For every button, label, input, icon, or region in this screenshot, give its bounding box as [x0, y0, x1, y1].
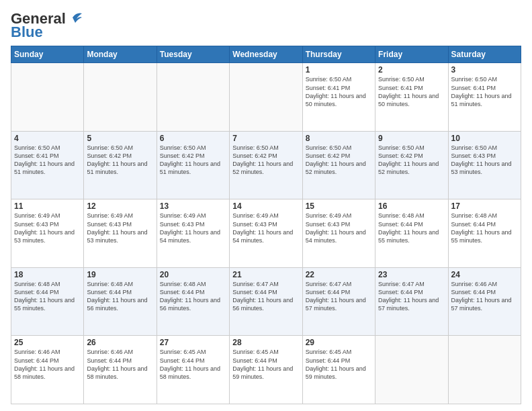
calendar-cell: 14Sunrise: 6:49 AM Sunset: 6:43 PM Dayli… — [230, 199, 302, 268]
calendar-cell — [11, 63, 84, 132]
calendar-day-header: Sunday — [11, 46, 84, 63]
day-info: Sunrise: 6:50 AM Sunset: 6:41 PM Dayligh… — [306, 75, 372, 108]
day-info: Sunrise: 6:50 AM Sunset: 6:41 PM Dayligh… — [378, 75, 445, 108]
day-info: Sunrise: 6:49 AM Sunset: 6:43 PM Dayligh… — [306, 212, 372, 244]
calendar-day-header: Monday — [84, 46, 157, 63]
calendar-week-row: 11Sunrise: 6:49 AM Sunset: 6:43 PM Dayli… — [11, 199, 521, 268]
day-info: Sunrise: 6:45 AM Sunset: 6:44 PM Dayligh… — [160, 348, 226, 381]
calendar-cell: 13Sunrise: 6:49 AM Sunset: 6:43 PM Dayli… — [157, 199, 229, 268]
day-info: Sunrise: 6:50 AM Sunset: 6:42 PM Dayligh… — [232, 144, 299, 177]
day-info: Sunrise: 6:49 AM Sunset: 6:43 PM Dayligh… — [232, 212, 299, 244]
calendar-table: SundayMondayTuesdayWednesdayThursdayFrid… — [11, 46, 521, 404]
day-number: 16 — [378, 201, 445, 211]
day-info: Sunrise: 6:48 AM Sunset: 6:44 PM Dayligh… — [451, 212, 518, 244]
day-info: Sunrise: 6:46 AM Sunset: 6:44 PM Dayligh… — [87, 348, 153, 381]
day-info: Sunrise: 6:45 AM Sunset: 6:44 PM Dayligh… — [232, 348, 299, 381]
day-info: Sunrise: 6:49 AM Sunset: 6:43 PM Dayligh… — [160, 212, 226, 244]
day-number: 21 — [232, 270, 299, 279]
day-number: 19 — [87, 270, 153, 279]
day-info: Sunrise: 6:46 AM Sunset: 6:44 PM Dayligh… — [14, 348, 81, 381]
day-number: 18 — [14, 270, 81, 279]
calendar-cell — [230, 63, 302, 132]
day-info: Sunrise: 6:47 AM Sunset: 6:44 PM Dayligh… — [232, 280, 299, 313]
calendar-header-row: SundayMondayTuesdayWednesdayThursdayFrid… — [11, 46, 521, 63]
calendar-cell: 12Sunrise: 6:49 AM Sunset: 6:43 PM Dayli… — [84, 199, 157, 268]
day-number: 25 — [14, 338, 81, 347]
calendar-cell: 2Sunrise: 6:50 AM Sunset: 6:41 PM Daylig… — [375, 63, 448, 132]
calendar-cell: 5Sunrise: 6:50 AM Sunset: 6:42 PM Daylig… — [84, 131, 157, 199]
calendar-cell — [375, 336, 448, 404]
calendar-cell: 25Sunrise: 6:46 AM Sunset: 6:44 PM Dayli… — [11, 336, 84, 404]
day-info: Sunrise: 6:50 AM Sunset: 6:43 PM Dayligh… — [451, 144, 518, 177]
day-number: 1 — [306, 65, 372, 75]
day-number: 11 — [14, 201, 81, 211]
day-info: Sunrise: 6:50 AM Sunset: 6:42 PM Dayligh… — [378, 144, 445, 177]
day-number: 5 — [87, 134, 153, 143]
day-info: Sunrise: 6:48 AM Sunset: 6:44 PM Dayligh… — [160, 280, 226, 313]
day-number: 14 — [232, 201, 299, 211]
day-number: 12 — [87, 201, 153, 211]
day-number: 4 — [14, 134, 81, 143]
calendar-cell — [448, 336, 521, 404]
day-number: 10 — [451, 134, 518, 143]
day-info: Sunrise: 6:49 AM Sunset: 6:43 PM Dayligh… — [14, 212, 81, 244]
calendar-cell: 29Sunrise: 6:45 AM Sunset: 6:44 PM Dayli… — [302, 336, 375, 404]
calendar-week-row: 18Sunrise: 6:48 AM Sunset: 6:44 PM Dayli… — [11, 267, 521, 336]
calendar-cell: 16Sunrise: 6:48 AM Sunset: 6:44 PM Dayli… — [375, 199, 448, 268]
calendar-cell: 15Sunrise: 6:49 AM Sunset: 6:43 PM Dayli… — [302, 199, 375, 268]
day-info: Sunrise: 6:48 AM Sunset: 6:44 PM Dayligh… — [87, 280, 153, 313]
day-number: 6 — [160, 134, 226, 143]
calendar-week-row: 4Sunrise: 6:50 AM Sunset: 6:41 PM Daylig… — [11, 131, 521, 199]
calendar-cell: 26Sunrise: 6:46 AM Sunset: 6:44 PM Dayli… — [84, 336, 157, 404]
calendar-cell — [84, 63, 157, 132]
calendar-cell: 6Sunrise: 6:50 AM Sunset: 6:42 PM Daylig… — [157, 131, 229, 199]
day-number: 2 — [378, 65, 445, 75]
calendar-day-header: Tuesday — [157, 46, 229, 63]
day-number: 26 — [87, 338, 153, 347]
calendar-cell — [157, 63, 229, 132]
calendar-cell: 7Sunrise: 6:50 AM Sunset: 6:42 PM Daylig… — [230, 131, 302, 199]
calendar-cell: 11Sunrise: 6:49 AM Sunset: 6:43 PM Dayli… — [11, 199, 84, 268]
day-number: 8 — [306, 134, 372, 143]
calendar-cell: 3Sunrise: 6:50 AM Sunset: 6:41 PM Daylig… — [448, 63, 521, 132]
day-number: 28 — [232, 338, 299, 347]
day-number: 9 — [378, 134, 445, 143]
calendar-day-header: Thursday — [302, 46, 375, 63]
calendar-cell: 18Sunrise: 6:48 AM Sunset: 6:44 PM Dayli… — [11, 267, 84, 336]
calendar-week-row: 1Sunrise: 6:50 AM Sunset: 6:41 PM Daylig… — [11, 63, 521, 132]
day-number: 27 — [160, 338, 226, 347]
calendar-day-header: Wednesday — [230, 46, 302, 63]
day-info: Sunrise: 6:50 AM Sunset: 6:42 PM Dayligh… — [160, 144, 226, 177]
page: General Blue SundayMondayTuesdayWednesda… — [0, 0, 532, 411]
calendar-cell: 22Sunrise: 6:47 AM Sunset: 6:44 PM Dayli… — [302, 267, 375, 336]
day-info: Sunrise: 6:50 AM Sunset: 6:42 PM Dayligh… — [306, 144, 372, 177]
day-info: Sunrise: 6:50 AM Sunset: 6:42 PM Dayligh… — [87, 144, 153, 177]
day-info: Sunrise: 6:45 AM Sunset: 6:44 PM Dayligh… — [306, 348, 372, 381]
day-number: 3 — [451, 65, 518, 75]
day-number: 24 — [451, 270, 518, 279]
calendar-cell: 28Sunrise: 6:45 AM Sunset: 6:44 PM Dayli… — [230, 336, 302, 404]
day-info: Sunrise: 6:48 AM Sunset: 6:44 PM Dayligh… — [14, 280, 81, 313]
day-number: 20 — [160, 270, 226, 279]
calendar-cell: 24Sunrise: 6:46 AM Sunset: 6:44 PM Dayli… — [448, 267, 521, 336]
day-info: Sunrise: 6:48 AM Sunset: 6:44 PM Dayligh… — [378, 212, 445, 244]
day-info: Sunrise: 6:47 AM Sunset: 6:44 PM Dayligh… — [306, 280, 372, 313]
calendar-cell: 19Sunrise: 6:48 AM Sunset: 6:44 PM Dayli… — [84, 267, 157, 336]
day-number: 15 — [306, 201, 372, 211]
day-number: 7 — [232, 134, 299, 143]
day-number: 13 — [160, 201, 226, 211]
day-number: 22 — [306, 270, 372, 279]
calendar-cell: 8Sunrise: 6:50 AM Sunset: 6:42 PM Daylig… — [302, 131, 375, 199]
calendar-cell: 1Sunrise: 6:50 AM Sunset: 6:41 PM Daylig… — [302, 63, 375, 132]
day-number: 29 — [306, 338, 372, 347]
day-info: Sunrise: 6:47 AM Sunset: 6:44 PM Dayligh… — [378, 280, 445, 313]
calendar-day-header: Saturday — [448, 46, 521, 63]
day-info: Sunrise: 6:50 AM Sunset: 6:41 PM Dayligh… — [14, 144, 81, 177]
calendar-cell: 23Sunrise: 6:47 AM Sunset: 6:44 PM Dayli… — [375, 267, 448, 336]
logo-text: General Blue — [11, 11, 82, 40]
day-info: Sunrise: 6:50 AM Sunset: 6:41 PM Dayligh… — [451, 75, 518, 108]
day-info: Sunrise: 6:46 AM Sunset: 6:44 PM Dayligh… — [451, 280, 518, 313]
calendar-cell: 9Sunrise: 6:50 AM Sunset: 6:42 PM Daylig… — [375, 131, 448, 199]
day-number: 23 — [378, 270, 445, 279]
calendar-cell: 27Sunrise: 6:45 AM Sunset: 6:44 PM Dayli… — [157, 336, 229, 404]
